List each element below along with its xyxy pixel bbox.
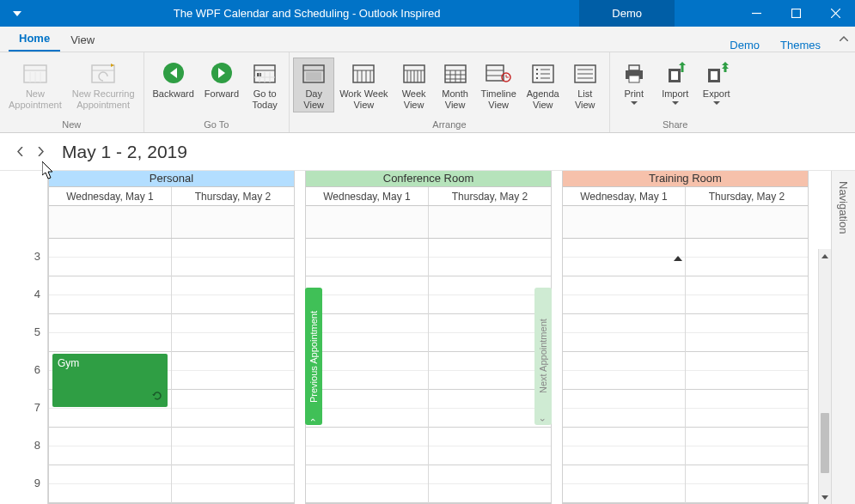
- time-slot[interactable]: [563, 352, 685, 371]
- time-grid[interactable]: [306, 239, 551, 503]
- ribbon-collapse-button[interactable]: [840, 32, 848, 44]
- time-slot[interactable]: [306, 352, 428, 371]
- time-slot[interactable]: [563, 295, 685, 314]
- time-slot[interactable]: [306, 409, 428, 428]
- day-header[interactable]: Wednesday, May 1: [563, 187, 686, 205]
- time-slot[interactable]: [172, 295, 294, 314]
- time-slot[interactable]: [429, 446, 551, 465]
- link-themes[interactable]: Themes: [780, 39, 821, 52]
- time-slot[interactable]: [172, 484, 294, 503]
- date-next-button[interactable]: [34, 146, 46, 158]
- time-slot[interactable]: [563, 239, 685, 258]
- goto-today-button[interactable]: Go to Today: [244, 58, 285, 112]
- time-slot[interactable]: [49, 276, 171, 295]
- grid-day[interactable]: [172, 239, 294, 503]
- time-slot[interactable]: [686, 371, 808, 390]
- time-slot[interactable]: [49, 484, 171, 503]
- time-slot[interactable]: [306, 314, 428, 333]
- time-slot[interactable]: [172, 446, 294, 465]
- close-button[interactable]: [815, 0, 855, 27]
- time-slot[interactable]: [563, 484, 685, 503]
- day-header[interactable]: Wednesday, May 1: [49, 187, 172, 205]
- time-slot[interactable]: [306, 390, 428, 409]
- time-slot[interactable]: [686, 295, 808, 314]
- time-slot[interactable]: [49, 295, 171, 314]
- time-slot[interactable]: [686, 446, 808, 465]
- time-slot[interactable]: [563, 371, 685, 390]
- time-slot[interactable]: [172, 390, 294, 409]
- time-slot[interactable]: [686, 314, 808, 333]
- appointment[interactable]: Gym: [52, 354, 168, 407]
- time-grid[interactable]: [563, 239, 808, 503]
- scroll-thumb[interactable]: [821, 413, 829, 473]
- agenda-view-button[interactable]: Agenda View: [522, 58, 565, 112]
- time-slot[interactable]: [306, 371, 428, 390]
- previous-appointment-tab[interactable]: ‹Previous Appointment: [305, 288, 322, 425]
- tab-home[interactable]: Home: [9, 27, 60, 52]
- all-day-row[interactable]: [49, 206, 294, 240]
- next-appointment-tab[interactable]: ›Next Appointment: [534, 288, 552, 425]
- time-slot[interactable]: [172, 314, 294, 333]
- time-slot[interactable]: [49, 446, 171, 465]
- time-slot[interactable]: [429, 352, 551, 371]
- date-prev-button[interactable]: [14, 146, 26, 158]
- time-slot[interactable]: [429, 409, 551, 428]
- new-recurring-appointment-button[interactable]: New Recurring Appointment: [67, 58, 140, 112]
- time-slot[interactable]: [686, 484, 808, 503]
- time-slot[interactable]: [49, 333, 171, 352]
- time-slot[interactable]: [429, 258, 551, 276]
- time-slot[interactable]: [686, 465, 808, 484]
- time-slot[interactable]: [306, 428, 428, 446]
- scroll-up-button[interactable]: [819, 249, 831, 263]
- time-slot[interactable]: [429, 239, 551, 258]
- day-header[interactable]: Wednesday, May 1: [306, 187, 429, 205]
- time-slot[interactable]: [49, 428, 171, 446]
- time-slot[interactable]: [429, 276, 551, 295]
- time-slot[interactable]: [686, 409, 808, 428]
- time-slot[interactable]: [686, 239, 808, 258]
- print-button[interactable]: Print: [614, 58, 655, 106]
- time-slot[interactable]: [49, 409, 171, 428]
- time-slot[interactable]: [172, 239, 294, 258]
- timeline-view-button[interactable]: Timeline View: [476, 58, 522, 112]
- mode-badge[interactable]: Demo: [579, 0, 675, 27]
- expand-indicator-icon[interactable]: [674, 252, 682, 264]
- time-slot[interactable]: [429, 484, 551, 503]
- time-slot[interactable]: [306, 465, 428, 484]
- time-slot[interactable]: [429, 371, 551, 390]
- day-header[interactable]: Thursday, May 2: [429, 187, 551, 205]
- grid-day[interactable]: [563, 239, 686, 503]
- time-slot[interactable]: [686, 428, 808, 446]
- time-slot[interactable]: [306, 276, 428, 295]
- time-slot[interactable]: [429, 314, 551, 333]
- maximize-button[interactable]: [776, 0, 815, 27]
- time-slot[interactable]: [172, 352, 294, 371]
- day-header[interactable]: Thursday, May 2: [686, 187, 808, 205]
- day-view-button[interactable]: Day View: [293, 58, 334, 112]
- day-header[interactable]: Thursday, May 2: [172, 187, 294, 205]
- time-slot[interactable]: [563, 276, 685, 295]
- time-slot[interactable]: [686, 352, 808, 371]
- time-slot[interactable]: [563, 446, 685, 465]
- time-slot[interactable]: [306, 333, 428, 352]
- all-day-row[interactable]: [563, 206, 808, 240]
- time-slot[interactable]: [49, 239, 171, 258]
- time-slot[interactable]: [429, 465, 551, 484]
- time-slot[interactable]: [563, 465, 685, 484]
- forward-button[interactable]: Forward: [199, 58, 244, 101]
- time-slot[interactable]: [686, 333, 808, 352]
- new-appointment-button[interactable]: New Appointment: [3, 58, 67, 112]
- import-button[interactable]: Import: [655, 58, 696, 106]
- time-slot[interactable]: [306, 484, 428, 503]
- export-button[interactable]: Export: [696, 58, 737, 106]
- time-slot[interactable]: [686, 258, 808, 276]
- time-slot[interactable]: [172, 465, 294, 484]
- time-slot[interactable]: [686, 390, 808, 409]
- time-slot[interactable]: [49, 314, 171, 333]
- time-slot[interactable]: [49, 465, 171, 484]
- time-slot[interactable]: [563, 333, 685, 352]
- time-slot[interactable]: [563, 390, 685, 409]
- week-view-button[interactable]: Week View: [394, 58, 435, 112]
- scroll-down-button[interactable]: [819, 490, 831, 504]
- time-slot[interactable]: [563, 314, 685, 333]
